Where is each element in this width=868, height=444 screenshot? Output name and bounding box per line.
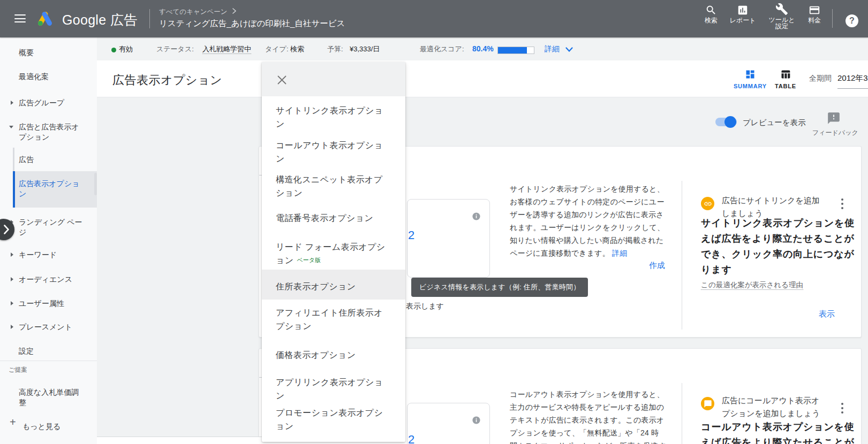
menu-item-location[interactable]: 住所表示オプション bbox=[262, 280, 405, 301]
status-value[interactable]: 入札戦略学習中 bbox=[202, 37, 251, 60]
extension-description: サイトリンク表示オプションを使用すると、お客様のウェブサイトの特定のページにユー… bbox=[510, 183, 666, 259]
sidebar-item-recommendations[interactable]: 最適化案 bbox=[19, 72, 83, 82]
sidebar-selected-indicator bbox=[13, 171, 15, 208]
billing-label: 料金 bbox=[802, 17, 827, 24]
sidebar-item-audiences[interactable]: オーディエンス bbox=[19, 274, 83, 285]
sidebar-item-ads[interactable]: 広告 bbox=[19, 155, 83, 165]
menu-item-call[interactable]: 電話番号表示オプション bbox=[262, 211, 405, 232]
optimization-score-value: 80.4% bbox=[472, 37, 494, 60]
sidebar-item-advanced-bid-adjustment[interactable]: 高度な入札単価調整 bbox=[19, 387, 83, 408]
menu-item-lead-form[interactable]: リード フォーム表示オプションベータ版 bbox=[262, 240, 405, 274]
sidebar-item-demographics[interactable]: ユーザー属性 bbox=[19, 298, 83, 309]
create-link[interactable]: 作成 bbox=[649, 261, 665, 270]
horizontal-scrollbar-track[interactable] bbox=[97, 437, 262, 444]
tools-settings-button[interactable]: ツールと 設定 bbox=[767, 3, 797, 29]
top-app-bar: Google 広告 すべてのキャンペーン リスティング広告_あけぼの印刷社_自社… bbox=[0, 0, 868, 37]
tooltip: ビジネス情報を表示します（例: 住所、営業時間） bbox=[411, 278, 588, 297]
more-options-button[interactable] bbox=[837, 197, 847, 211]
feedback-label: フィードバック bbox=[812, 128, 858, 137]
sidebar-item-ad-extensions[interactable]: 広告表示オプション bbox=[19, 179, 83, 199]
menu-item-promotion[interactable]: プロモーション表示オプション bbox=[262, 406, 405, 440]
subnav-rail bbox=[13, 148, 14, 171]
date-range-value[interactable]: 2012年3 bbox=[837, 73, 868, 83]
help-button[interactable]: ? bbox=[846, 14, 858, 27]
extension-count[interactable]: 2 bbox=[408, 228, 414, 242]
menu-item-affiliate-location[interactable]: アフィリエイト住所表示オプション bbox=[262, 306, 405, 340]
expand-arrow-icon[interactable] bbox=[11, 325, 13, 329]
topbar-divider bbox=[832, 9, 833, 28]
search-icon bbox=[705, 4, 717, 16]
create-action-row: 作成 bbox=[510, 261, 665, 271]
learn-more-link[interactable]: 詳細 bbox=[612, 249, 627, 257]
feedback-icon[interactable] bbox=[827, 111, 841, 125]
sidebar-item-overview[interactable]: 概要 bbox=[19, 48, 83, 58]
collapse-arrow-icon[interactable] bbox=[9, 126, 13, 128]
billing-button[interactable]: 料金 bbox=[802, 4, 827, 24]
preview-caption-fragment: 表示します bbox=[406, 302, 444, 311]
menu-icon[interactable] bbox=[14, 14, 26, 23]
recommendation-body: コールアウト表示オプションを使えば広告をより際立たせることが bbox=[701, 419, 857, 444]
page-title: 広告表示オプション bbox=[112, 72, 222, 88]
credit-card-icon bbox=[809, 4, 820, 16]
tab-table-view[interactable]: TABLE bbox=[767, 69, 804, 89]
reports-button[interactable]: レポート bbox=[729, 4, 756, 24]
expand-arrow-icon[interactable] bbox=[11, 252, 13, 257]
preview-toggle-label: プレビューを表示 bbox=[743, 118, 806, 128]
product-name: Google 広告 bbox=[62, 11, 137, 29]
date-range-underline bbox=[837, 88, 868, 89]
sidebar-item-keywords[interactable]: キーワード bbox=[19, 250, 83, 260]
link-icon bbox=[704, 200, 712, 208]
more-options-button[interactable] bbox=[837, 402, 847, 416]
sidebar-item-landing-pages[interactable]: ランディング ページ bbox=[19, 217, 83, 238]
expand-arrow-icon[interactable] bbox=[11, 277, 13, 281]
sidebar-navigation: 概要 最適化案 広告グループ 広告と広告表示オプション 広告 広告表示オプション… bbox=[0, 37, 97, 444]
recommendation-headline: 広告にコールアウト表示オプションを追加しましょう bbox=[722, 394, 824, 420]
sidebar-item-placements[interactable]: プレースメント bbox=[19, 322, 83, 332]
recommendation-body: サイトリンク表示オプションを使えば広告をより際立たせることができ、クリック率の向… bbox=[701, 216, 857, 278]
expand-arrow-icon[interactable] bbox=[11, 301, 13, 305]
sidebar-item-ad-groups[interactable]: 広告グループ bbox=[19, 98, 83, 108]
type-value: 検索 bbox=[290, 37, 304, 60]
sidebar-section-suggestions: ご提案 bbox=[9, 366, 27, 374]
recommendation-reason-link[interactable]: この最適化案が表示される理由 bbox=[701, 280, 803, 290]
tools-settings-label: ツールと 設定 bbox=[767, 17, 797, 29]
reports-icon bbox=[737, 4, 749, 16]
table-icon bbox=[780, 69, 791, 80]
status-enabled-dot bbox=[111, 48, 116, 52]
close-icon[interactable] bbox=[277, 75, 286, 85]
extension-preview-card[interactable]: 2 bbox=[407, 403, 490, 444]
sidebar-item-settings[interactable]: 設定 bbox=[19, 346, 83, 356]
chat-bubble-icon bbox=[704, 400, 712, 408]
sidebar-item-more[interactable]: もっと見る bbox=[22, 422, 87, 432]
info-icon[interactable] bbox=[472, 212, 481, 221]
show-link[interactable]: 表示 bbox=[819, 309, 835, 318]
extension-preview-card[interactable]: 2 bbox=[407, 199, 490, 278]
preview-toggle-knob[interactable] bbox=[724, 116, 736, 128]
budget-label: 予算: bbox=[327, 37, 343, 60]
tab-summary-view[interactable]: SUMMARY bbox=[731, 69, 769, 89]
beta-badge: ベータ版 bbox=[297, 257, 321, 263]
plus-icon[interactable]: + bbox=[10, 416, 16, 428]
menu-item-app[interactable]: アプリリンク表示オプション bbox=[262, 376, 405, 410]
topbar-divider bbox=[149, 9, 150, 28]
recommendation-icon-circle bbox=[701, 197, 714, 210]
extension-count[interactable]: 2 bbox=[408, 433, 414, 444]
expand-arrow-icon[interactable] bbox=[11, 101, 13, 105]
menu-item-sitelink[interactable]: サイトリンク表示オプション bbox=[262, 104, 405, 138]
sidebar-item-ads-and-extensions[interactable]: 広告と広告表示オプション bbox=[19, 122, 83, 142]
chevron-down-icon[interactable] bbox=[565, 47, 573, 52]
info-icon[interactable] bbox=[472, 416, 481, 425]
search-button[interactable]: 検索 bbox=[698, 4, 724, 24]
optimization-score-progress bbox=[497, 47, 534, 54]
tab-table-label: TABLE bbox=[767, 83, 804, 89]
menu-item-callout[interactable]: コールアウト表示オプション bbox=[262, 139, 405, 173]
wrench-icon bbox=[775, 3, 788, 16]
breadcrumb[interactable]: すべてのキャンペーン bbox=[159, 7, 236, 17]
menu-item-price[interactable]: 価格表示オプション bbox=[262, 348, 405, 369]
breadcrumb-chevron-icon bbox=[232, 8, 236, 14]
menu-item-structured-snippet[interactable]: 構造化スニペット表示オプション bbox=[262, 173, 405, 207]
campaign-name[interactable]: リスティング広告_あけぼの印刷社_自社サービス bbox=[159, 18, 345, 29]
sidebar-scrollbar-thumb[interactable] bbox=[94, 173, 97, 195]
tab-summary-label: SUMMARY bbox=[731, 83, 769, 89]
details-link[interactable]: 詳細 bbox=[545, 37, 560, 60]
